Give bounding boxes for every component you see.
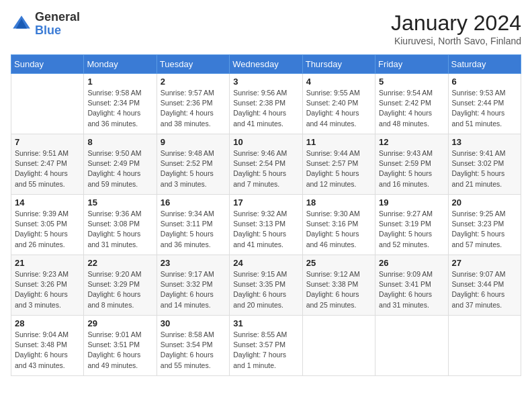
- day-info: Sunrise: 9:09 AMSunset: 3:41 PMDaylight:…: [379, 269, 444, 310]
- calendar-cell: 15Sunrise: 9:36 AMSunset: 3:08 PMDayligh…: [84, 195, 157, 255]
- calendar-body: 1Sunrise: 9:58 AMSunset: 2:34 PMDaylight…: [11, 74, 521, 376]
- calendar-week-4: 21Sunrise: 9:23 AMSunset: 3:26 PMDayligh…: [11, 255, 521, 316]
- day-number: 23: [161, 258, 226, 268]
- calendar-cell: 31Sunrise: 8:55 AMSunset: 3:57 PMDayligh…: [230, 316, 302, 376]
- calendar-cell: 14Sunrise: 9:39 AMSunset: 3:05 PMDayligh…: [11, 195, 84, 255]
- logo-text: General Blue: [35, 11, 80, 38]
- day-info: Sunrise: 8:55 AMSunset: 3:57 PMDaylight:…: [233, 330, 298, 371]
- calendar-cell: [11, 74, 84, 134]
- day-info: Sunrise: 9:55 AMSunset: 2:40 PMDaylight:…: [306, 88, 371, 129]
- day-number: 6: [452, 77, 517, 87]
- logo-general-text: General: [35, 11, 80, 24]
- day-number: 12: [379, 137, 444, 147]
- day-info: Sunrise: 9:46 AMSunset: 2:54 PMDaylight:…: [233, 148, 298, 189]
- calendar-cell: 21Sunrise: 9:23 AMSunset: 3:26 PMDayligh…: [11, 255, 84, 316]
- calendar-cell: 29Sunrise: 9:01 AMSunset: 3:51 PMDayligh…: [84, 316, 157, 376]
- day-number: 26: [379, 258, 444, 268]
- calendar-cell: [448, 316, 521, 376]
- logo-blue-text: Blue: [35, 24, 80, 38]
- calendar-cell: 5Sunrise: 9:54 AMSunset: 2:42 PMDaylight…: [375, 74, 448, 134]
- day-of-week-friday: Friday: [375, 55, 448, 74]
- day-number: 9: [161, 137, 226, 147]
- day-number: 27: [452, 258, 517, 268]
- calendar-cell: 10Sunrise: 9:46 AMSunset: 2:54 PMDayligh…: [230, 134, 302, 195]
- day-number: 16: [161, 197, 226, 208]
- day-info: Sunrise: 9:51 AMSunset: 2:47 PMDaylight:…: [15, 148, 80, 189]
- calendar-week-2: 7Sunrise: 9:51 AMSunset: 2:47 PMDaylight…: [11, 134, 521, 195]
- day-number: 17: [233, 197, 298, 208]
- calendar-cell: 30Sunrise: 8:58 AMSunset: 3:54 PMDayligh…: [157, 316, 229, 376]
- day-of-week-tuesday: Tuesday: [157, 55, 229, 74]
- day-number: 29: [87, 318, 152, 328]
- day-info: Sunrise: 9:57 AMSunset: 2:36 PMDaylight:…: [161, 88, 226, 129]
- logo: General Blue: [11, 11, 80, 38]
- calendar-cell: 4Sunrise: 9:55 AMSunset: 2:40 PMDaylight…: [302, 74, 375, 134]
- day-info: Sunrise: 9:53 AMSunset: 2:44 PMDaylight:…: [452, 88, 517, 129]
- day-info: Sunrise: 9:48 AMSunset: 2:52 PMDaylight:…: [161, 148, 226, 189]
- day-info: Sunrise: 9:36 AMSunset: 3:08 PMDaylight:…: [87, 209, 152, 250]
- calendar-cell: 26Sunrise: 9:09 AMSunset: 3:41 PMDayligh…: [375, 255, 448, 316]
- day-number: 7: [15, 137, 80, 147]
- day-number: 10: [233, 137, 298, 147]
- day-of-week-thursday: Thursday: [302, 55, 375, 74]
- day-number: 22: [87, 258, 152, 268]
- day-info: Sunrise: 8:58 AMSunset: 3:54 PMDaylight:…: [161, 330, 226, 371]
- day-info: Sunrise: 9:56 AMSunset: 2:38 PMDaylight:…: [233, 88, 298, 129]
- day-info: Sunrise: 9:41 AMSunset: 3:02 PMDaylight:…: [452, 148, 517, 189]
- day-number: 3: [233, 77, 298, 87]
- day-info: Sunrise: 9:04 AMSunset: 3:48 PMDaylight:…: [15, 330, 80, 371]
- logo-icon: [11, 13, 32, 35]
- day-number: 20: [452, 197, 517, 208]
- calendar-cell: 23Sunrise: 9:17 AMSunset: 3:32 PMDayligh…: [157, 255, 229, 316]
- day-info: Sunrise: 9:44 AMSunset: 2:57 PMDaylight:…: [306, 148, 371, 189]
- day-info: Sunrise: 9:20 AMSunset: 3:29 PMDaylight:…: [87, 269, 152, 310]
- location-subtitle: Kiuruvesi, North Savo, Finland: [391, 36, 521, 46]
- calendar-cell: 2Sunrise: 9:57 AMSunset: 2:36 PMDaylight…: [157, 74, 229, 134]
- day-info: Sunrise: 9:25 AMSunset: 3:23 PMDaylight:…: [452, 209, 517, 250]
- calendar-cell: 6Sunrise: 9:53 AMSunset: 2:44 PMDaylight…: [448, 74, 521, 134]
- day-info: Sunrise: 9:15 AMSunset: 3:35 PMDaylight:…: [233, 269, 298, 310]
- calendar-week-3: 14Sunrise: 9:39 AMSunset: 3:05 PMDayligh…: [11, 195, 521, 255]
- day-header-row: SundayMondayTuesdayWednesdayThursdayFrid…: [11, 55, 521, 74]
- calendar-cell: 3Sunrise: 9:56 AMSunset: 2:38 PMDaylight…: [230, 74, 302, 134]
- calendar-cell: [302, 316, 375, 376]
- day-info: Sunrise: 9:23 AMSunset: 3:26 PMDaylight:…: [15, 269, 80, 310]
- day-info: Sunrise: 9:12 AMSunset: 3:38 PMDaylight:…: [306, 269, 371, 310]
- calendar-cell: 11Sunrise: 9:44 AMSunset: 2:57 PMDayligh…: [302, 134, 375, 195]
- calendar-cell: [375, 316, 448, 376]
- calendar-cell: 22Sunrise: 9:20 AMSunset: 3:29 PMDayligh…: [84, 255, 157, 316]
- day-info: Sunrise: 9:30 AMSunset: 3:16 PMDaylight:…: [306, 209, 371, 250]
- calendar-cell: 9Sunrise: 9:48 AMSunset: 2:52 PMDaylight…: [157, 134, 229, 195]
- calendar-cell: 25Sunrise: 9:12 AMSunset: 3:38 PMDayligh…: [302, 255, 375, 316]
- day-number: 19: [379, 197, 444, 208]
- day-of-week-wednesday: Wednesday: [230, 55, 302, 74]
- day-number: 14: [15, 197, 80, 208]
- day-info: Sunrise: 9:01 AMSunset: 3:51 PMDaylight:…: [87, 330, 152, 371]
- calendar-cell: 28Sunrise: 9:04 AMSunset: 3:48 PMDayligh…: [11, 316, 84, 376]
- calendar-cell: 16Sunrise: 9:34 AMSunset: 3:11 PMDayligh…: [157, 195, 229, 255]
- day-number: 15: [87, 197, 152, 208]
- calendar-cell: 17Sunrise: 9:32 AMSunset: 3:13 PMDayligh…: [230, 195, 302, 255]
- calendar-cell: 19Sunrise: 9:27 AMSunset: 3:19 PMDayligh…: [375, 195, 448, 255]
- calendar-cell: 1Sunrise: 9:58 AMSunset: 2:34 PMDaylight…: [84, 74, 157, 134]
- day-info: Sunrise: 9:07 AMSunset: 3:44 PMDaylight:…: [452, 269, 517, 310]
- day-number: 24: [233, 258, 298, 268]
- month-year-title: January 2024: [391, 11, 521, 36]
- calendar-cell: 18Sunrise: 9:30 AMSunset: 3:16 PMDayligh…: [302, 195, 375, 255]
- day-info: Sunrise: 9:43 AMSunset: 2:59 PMDaylight:…: [379, 148, 444, 189]
- calendar-cell: 12Sunrise: 9:43 AMSunset: 2:59 PMDayligh…: [375, 134, 448, 195]
- calendar-cell: 27Sunrise: 9:07 AMSunset: 3:44 PMDayligh…: [448, 255, 521, 316]
- title-block: January 2024 Kiuruvesi, North Savo, Finl…: [391, 11, 521, 46]
- calendar-header: SundayMondayTuesdayWednesdayThursdayFrid…: [11, 55, 521, 74]
- day-info: Sunrise: 9:34 AMSunset: 3:11 PMDaylight:…: [161, 209, 226, 250]
- day-info: Sunrise: 9:50 AMSunset: 2:49 PMDaylight:…: [87, 148, 152, 189]
- day-number: 8: [87, 137, 152, 147]
- day-number: 13: [452, 137, 517, 147]
- day-info: Sunrise: 9:39 AMSunset: 3:05 PMDaylight:…: [15, 209, 80, 250]
- day-number: 4: [306, 77, 371, 87]
- calendar-cell: 8Sunrise: 9:50 AMSunset: 2:49 PMDaylight…: [84, 134, 157, 195]
- day-info: Sunrise: 9:27 AMSunset: 3:19 PMDaylight:…: [379, 209, 444, 250]
- day-number: 5: [379, 77, 444, 87]
- calendar-cell: 13Sunrise: 9:41 AMSunset: 3:02 PMDayligh…: [448, 134, 521, 195]
- calendar-week-1: 1Sunrise: 9:58 AMSunset: 2:34 PMDaylight…: [11, 74, 521, 134]
